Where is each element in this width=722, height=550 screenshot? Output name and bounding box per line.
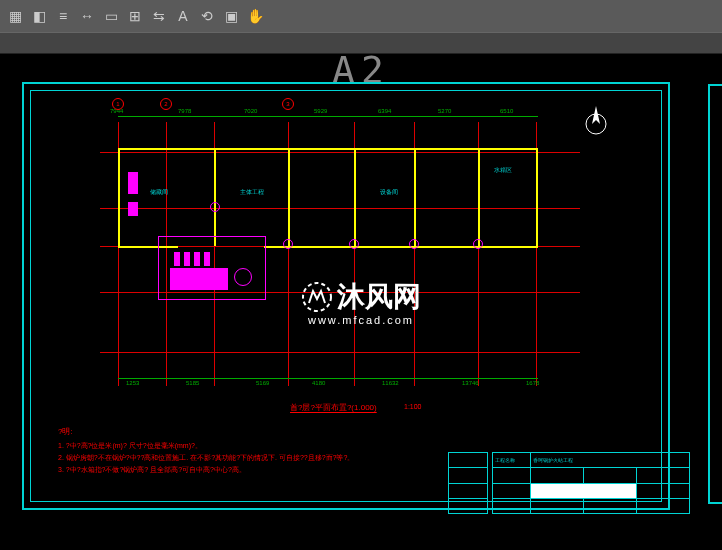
grid-bubble: 2 [160,98,172,110]
equipment-block [128,202,138,216]
equipment-block [194,252,200,266]
dim-line [118,378,538,379]
dim-value: 11632 [382,380,399,386]
tool-icon[interactable]: ▦ [4,5,26,27]
tool-icon[interactable]: ◧ [28,5,50,27]
grid-line [100,152,580,153]
wall [354,148,356,246]
drawing-canvas[interactable]: A2 7944 7978 7020 5929 6394 5270 6510 12… [0,54,722,550]
room-label: 储藏间 [150,188,168,197]
wall [288,148,290,246]
tool-icon[interactable]: ✋ [244,5,266,27]
tool-icon[interactable]: ↔ [76,5,98,27]
tb-cell [493,498,531,513]
dim-value: 6510 [500,108,513,114]
wall [214,148,216,246]
drawing-title: 首?层?平面布置?(1.000) [290,402,377,413]
note-line: 2. 锅炉房朝?不在锅炉?中??高和位置施工. 在不影?其功能?下的情况下. 可… [58,452,354,464]
dim-value: 13746 [462,380,479,386]
tb-cell [531,498,584,513]
tb-drawing-value [531,483,637,498]
dim-value: 6394 [378,108,391,114]
tb-project-value: 香呵锅炉火站工程 [531,453,690,468]
wall [414,148,416,246]
equipment-circle [234,268,252,286]
tool-icon[interactable]: ⇆ [148,5,170,27]
tb-cell [637,483,690,498]
north-arrow-icon [582,102,610,142]
tool-icon[interactable]: ⊞ [124,5,146,27]
tool-icon[interactable]: ▣ [220,5,242,27]
column-marker [473,239,483,249]
drawing-scale: 1:100 [404,403,422,410]
grid-bubble: 3 [282,98,294,110]
column-marker [210,202,220,212]
notes-heading: ?明: [58,426,354,438]
room-label: 主体工程 [240,188,264,197]
tb-cell [531,468,584,483]
dim-value: 4180 [312,380,325,386]
equipment-block [170,268,228,290]
tb-cell [493,483,531,498]
dim-value: 5270 [438,108,451,114]
dim-line [118,116,538,117]
tb-cell [637,498,690,513]
wall [478,148,480,246]
dim-value: 1678 [526,380,539,386]
tool-icon[interactable]: ⟲ [196,5,218,27]
tool-icon[interactable]: ▭ [100,5,122,27]
column-marker [283,239,293,249]
column-marker [349,239,359,249]
room-label: 设备间 [380,188,398,197]
adjacent-sheet [708,84,722,504]
equipment-block [184,252,190,266]
dim-value: 7020 [244,108,257,114]
equipment-block [128,172,138,194]
dim-value: 5929 [314,108,327,114]
tb-cell [584,498,637,513]
tb-cell [637,468,690,483]
grid-line [100,208,580,209]
grid-bubble: 1 [112,98,124,110]
equipment-block [204,252,210,266]
dim-value: 7978 [178,108,191,114]
note-line: 3. ?中?水箱指?不做?锅炉高? 且全部高?可自中高?中心?高。 [58,464,354,476]
title-block: 工程名称 香呵锅炉火站工程 [492,452,690,514]
column-marker [409,239,419,249]
wall [118,148,120,248]
revision-block [448,452,488,514]
dim-value: 5169 [256,380,269,386]
toolbar: ▦ ◧ ≡ ↔ ▭ ⊞ ⇆ A ⟲ ▣ ✋ [0,0,722,32]
equipment-block [174,252,180,266]
tool-icon[interactable]: A [172,5,194,27]
wall [118,148,538,150]
grid-line [100,352,580,353]
dim-value: 1253 [126,380,139,386]
wall [264,246,538,248]
dim-value: 5185 [186,380,199,386]
notes-block: ?明: 1. ?中?高?位是米(m)? 尺寸?位是毫米(mm)?。 2. 锅炉房… [58,426,354,476]
wall [536,148,538,248]
tool-icon[interactable]: ≡ [52,5,74,27]
tb-cell [493,468,531,483]
tb-project-label: 工程名称 [493,453,531,468]
room-label: 水箱区 [494,166,512,175]
tb-cell [584,468,637,483]
note-line: 1. ?中?高?位是米(m)? 尺寸?位是毫米(mm)?。 [58,440,354,452]
